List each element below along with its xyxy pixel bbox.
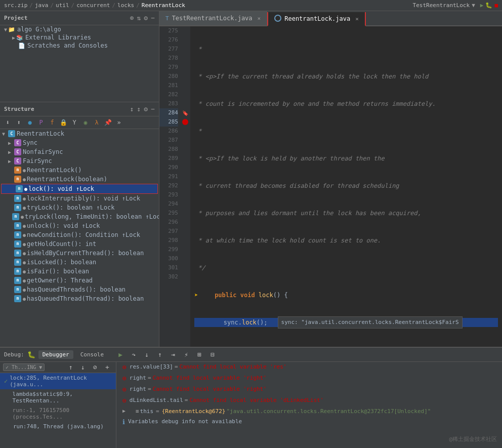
structure-icon-sort[interactable]: ↕	[130, 105, 134, 113]
debug-button[interactable]: 🐛	[485, 2, 492, 9]
ln-282: 282	[159, 90, 178, 99]
struct-item-hasqueuedthread[interactable]: ▶ m ● hasQueuedThread(Thread): boolean	[0, 294, 159, 303]
struct-btn-purple[interactable]: P	[36, 118, 46, 127]
debug-step-out-btn[interactable]: ↑	[154, 349, 165, 360]
frame-label: lambda$static$0:9, TestReentan...	[13, 391, 112, 404]
project-tree-item-scratches[interactable]: 📄 Scratches and Consoles	[0, 42, 159, 50]
debug-run-cursor-btn[interactable]: ⇥	[168, 349, 179, 360]
frame-item-run1[interactable]: run:-1, 716157500 (process.Tes...	[0, 405, 116, 422]
struct-item-unlock[interactable]: ▶ m ● unlock(): void ↑Lock	[0, 221, 159, 230]
struct-item-islocked[interactable]: ▶ m ● isLocked(): boolean	[0, 258, 159, 267]
struct-item-constructor2[interactable]: ▶ m ● ReentrantLock(boolean)	[0, 175, 159, 184]
var-value-res: Cannot find local variable 'res'	[180, 363, 287, 370]
frame-item-run748[interactable]: run:748, Thread (java.lang)	[0, 422, 116, 431]
thread-badge[interactable]: ✓ Th...ING ▼	[3, 363, 45, 371]
structure-icon-minimize[interactable]: −	[151, 105, 155, 113]
struct-btn-more[interactable]: »	[114, 118, 123, 127]
constructor-icon2: m	[14, 176, 21, 183]
ln-276: 276	[159, 35, 178, 45]
var-error-icon2: ⊖	[122, 375, 127, 382]
var-debuginfo-label: Variables debug info not available	[128, 418, 242, 425]
struct-btn-pin[interactable]: 📌	[103, 118, 112, 127]
run-button[interactable]: ▶	[480, 2, 484, 9]
tab-close-test[interactable]: ×	[258, 15, 261, 22]
code-line-277: * count is incremented by one and the me…	[194, 99, 498, 108]
debug-settings2-btn[interactable]: ⊟	[207, 349, 218, 360]
var-item-right2: ⊖ right = Cannot find local variable 'ri…	[116, 384, 502, 395]
var-value-this: {ReentrantLock@672}	[162, 408, 226, 415]
structure-icon-settings[interactable]: ⚙	[144, 105, 148, 113]
struct-btn-collapse-all[interactable]: ⬆	[14, 118, 23, 127]
struct-item-sync[interactable]: ▶ C Sync	[0, 138, 159, 147]
debug-step-over-btn[interactable]: ↷	[128, 349, 139, 360]
ln-287: 287	[159, 136, 178, 145]
struct-item-fairsync[interactable]: ▶ C FairSync	[0, 156, 159, 166]
method-icon: m	[14, 295, 21, 302]
code-line-278: *	[194, 127, 498, 136]
frame-filter-btn[interactable]: ⊘	[90, 362, 101, 373]
structure-tree: ▼ C ReentrantLock ▶ C Sync ▶ C NonfairSy…	[0, 129, 159, 347]
frame-item-lambda[interactable]: lambda$static$0:9, TestReentan...	[0, 389, 116, 405]
ln-275: 275	[159, 26, 178, 35]
struct-item-newcondition[interactable]: ▶ m ● newCondition(): Condition ↑Lock	[0, 230, 159, 239]
project-tree-item-algo[interactable]: ▼ 📁 algo G:\algo	[0, 25, 159, 33]
struct-btn-lock[interactable]: 🔒	[59, 118, 68, 127]
frame-up-btn[interactable]: ↑	[65, 362, 76, 373]
struct-btn-f[interactable]: f	[48, 118, 57, 127]
tab-close-reentrant[interactable]: ×	[355, 16, 359, 22]
struct-item-isheld[interactable]: ▶ m ● isHeldByCurrentThread(): boolean	[0, 249, 159, 258]
class-icon: C	[14, 139, 21, 146]
frame-down-btn[interactable]: ↓	[77, 362, 89, 373]
gutter-285[interactable]	[182, 117, 190, 127]
tab-reentrantlock[interactable]: ReentrantLock.java ×	[267, 12, 366, 26]
frame-item-lock285[interactable]: ✓ lock:285, ReentrantLock (java.u...	[0, 373, 116, 389]
struct-item-constructor1[interactable]: ▶ m ● ReentrantLock()	[0, 166, 159, 175]
struct-btn-lambda[interactable]: λ	[92, 118, 101, 127]
breakpoint-dot[interactable]	[182, 119, 188, 125]
struct-item-lock[interactable]: ▶ m ● lock(): void ↑Lock	[1, 184, 158, 194]
struct-item-trylock1[interactable]: ▶ m ● tryLock(): boolean ↑Lock	[0, 203, 159, 212]
debug-step-into-btn[interactable]: ↓	[141, 349, 152, 360]
var-expand-icon[interactable]: ▶	[122, 408, 126, 414]
ln-288: 288	[159, 145, 178, 154]
struct-item-reentrantlock[interactable]: ▼ C ReentrantLock	[0, 129, 159, 138]
run-config-dropdown[interactable]: ▼	[472, 2, 475, 9]
struct-btn-anon[interactable]: Y	[70, 118, 79, 127]
struct-btn-blue[interactable]: ●	[25, 118, 34, 127]
frame-add-btn[interactable]: +	[102, 362, 113, 373]
tab-testreentrantlock[interactable]: T TestReentrantLock.java ×	[159, 11, 267, 25]
gutter-284: 🔖	[182, 108, 190, 117]
project-icon-add[interactable]: ⊕	[130, 14, 134, 22]
ln-289: 289	[159, 154, 178, 163]
var-item-right1: ⊖ right = Cannot find local variable 'ri…	[116, 373, 502, 384]
struct-item-lockinterruptibly[interactable]: ▶ m ● lockInterruptibly(): void ↑Lock	[0, 194, 159, 203]
struct-item-isfair[interactable]: ▶ m ● isFair(): boolean	[0, 267, 159, 276]
frames-header: ✓ Th...ING ▼ ↑ ↓ ⊘ +	[0, 362, 116, 373]
gutter-281	[182, 81, 190, 90]
method-icon: m	[16, 185, 23, 192]
code-editor[interactable]: 275 276 277 278 279 280 281 282 283 284 …	[159, 26, 502, 347]
debug-resume-btn[interactable]: ▶	[115, 349, 126, 360]
debug-eval-btn[interactable]: ⚡	[181, 349, 192, 360]
project-icon-minimize[interactable]: −	[151, 14, 155, 22]
struct-item-hasqueuedthreads[interactable]: ▶ m ● hasQueuedThreads(): boolean	[0, 285, 159, 294]
code-content[interactable]: * * <p>If the current thread already hol…	[190, 26, 502, 347]
struct-item-getowner[interactable]: ▶ m ● getOwner(): Thread	[0, 276, 159, 285]
ln-301: 301	[159, 263, 178, 272]
debug-settings-btn[interactable]: ⊞	[194, 349, 205, 360]
debug-tab-debugger[interactable]: Debugger	[38, 350, 73, 359]
var-item-this[interactable]: ▶ ≡ this = {ReentrantLock@672} "java.uti…	[116, 406, 502, 417]
struct-btn-circle[interactable]: ◉	[81, 118, 90, 127]
structure-icon-sort2[interactable]: ↕	[137, 105, 141, 113]
editor-tab-bar: T TestReentrantLock.java × ReentrantLock…	[159, 11, 502, 26]
ln-295: 295	[159, 209, 178, 218]
struct-item-getholdcount[interactable]: ▶ m ● getHoldCount(): int	[0, 239, 159, 249]
struct-btn-expand-all[interactable]: ⬇	[3, 118, 12, 127]
struct-item-trylock2[interactable]: ▶ m ● tryLock(long, TimeUnit): boolean ↑…	[0, 212, 159, 221]
project-icon-settings[interactable]: ⚙	[144, 14, 148, 22]
project-icon-layout[interactable]: ⇅	[137, 14, 141, 22]
stop-button[interactable]: ■	[494, 2, 498, 9]
debug-tab-console[interactable]: Console	[76, 350, 108, 359]
project-tree-item-libraries[interactable]: ▶ 📚 External Libraries	[0, 33, 159, 42]
struct-item-nonfairsync[interactable]: ▶ C NonfairSync	[0, 147, 159, 156]
